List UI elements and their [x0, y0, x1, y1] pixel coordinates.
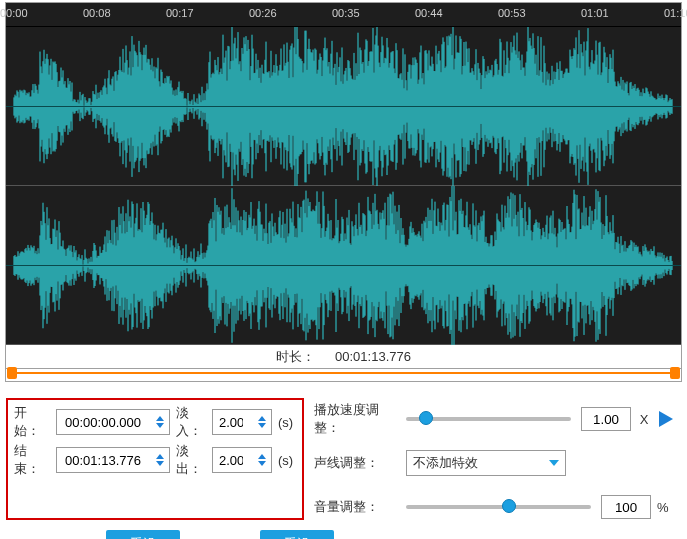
volume-value[interactable] [601, 495, 651, 519]
fade-out-unit: (s) [278, 453, 296, 468]
timeline-tick: 00:53 [498, 7, 526, 19]
end-label: 结束： [14, 442, 50, 478]
end-input[interactable] [56, 447, 170, 473]
end-step-up[interactable] [156, 454, 164, 459]
fade-out-field[interactable] [219, 453, 245, 468]
fade-in-input[interactable] [212, 409, 272, 435]
speed-label: 播放速度调整： [314, 401, 400, 437]
volume-unit: % [657, 500, 673, 515]
start-label: 开始： [14, 404, 50, 440]
voice-select[interactable]: 不添加特效 [406, 450, 566, 476]
fade-out-input[interactable] [212, 447, 272, 473]
start-input[interactable] [56, 409, 170, 435]
end-input-field[interactable] [63, 453, 143, 468]
timeline-ruler[interactable]: 00:0000:0800:1700:2600:3500:4400:5301:01… [6, 3, 681, 27]
start-input-field[interactable] [63, 415, 143, 430]
reset-fade-button[interactable]: 重设 [260, 530, 334, 539]
speed-x: X [637, 412, 651, 427]
timeline-tick: 01:10 [664, 7, 687, 19]
reset-time-button[interactable]: 重设 [106, 530, 180, 539]
timeline-tick: 00:08 [83, 7, 111, 19]
fade-in-label: 淡入： [176, 404, 206, 440]
speed-slider-thumb[interactable] [419, 411, 433, 425]
volume-label: 音量调整： [314, 498, 400, 516]
timeline-tick: 00:26 [249, 7, 277, 19]
volume-slider-thumb[interactable] [502, 499, 516, 513]
time-fade-highlight: 开始： 结束： [6, 398, 304, 520]
fade-out-step-down[interactable] [258, 461, 266, 466]
voice-label: 声线调整： [314, 454, 400, 472]
end-step-down[interactable] [156, 461, 164, 466]
timeline-tick: 01:01 [581, 7, 609, 19]
bracket-line [13, 372, 674, 374]
fade-in-field[interactable] [219, 415, 245, 430]
duration-label: 时长： [276, 348, 315, 366]
fade-in-unit: (s) [278, 415, 296, 430]
fade-in-step-up[interactable] [258, 416, 266, 421]
bracket-start-handle[interactable] [7, 367, 17, 379]
chevron-down-icon [549, 460, 559, 466]
fade-in-step-down[interactable] [258, 423, 266, 428]
bracket-end-handle[interactable] [670, 367, 680, 379]
speed-slider[interactable] [406, 417, 571, 421]
waveform-left[interactable] [6, 27, 681, 186]
start-step-down[interactable] [156, 423, 164, 428]
waveform-right[interactable] [6, 186, 681, 345]
start-step-up[interactable] [156, 416, 164, 421]
timeline-tick: 00:44 [415, 7, 443, 19]
volume-slider[interactable] [406, 505, 591, 509]
speed-value[interactable] [581, 407, 631, 431]
timeline-tick: 00:00 [0, 7, 28, 19]
voice-value: 不添加特效 [413, 454, 478, 472]
selection-bracket[interactable] [6, 369, 681, 381]
duration-value: 00:01:13.776 [335, 349, 411, 364]
timeline-tick: 00:35 [332, 7, 360, 19]
timeline-tick: 00:17 [166, 7, 194, 19]
fade-out-step-up[interactable] [258, 454, 266, 459]
play-icon[interactable] [659, 411, 673, 427]
fade-out-label: 淡出： [176, 442, 206, 478]
duration-bar: 时长： 00:01:13.776 [6, 345, 681, 369]
